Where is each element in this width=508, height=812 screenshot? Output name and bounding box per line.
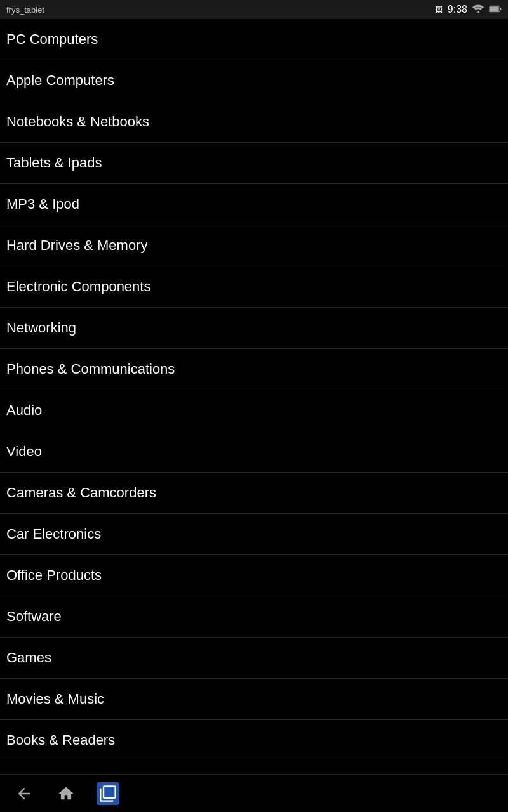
battery-icon: [489, 4, 502, 15]
category-label-phones-communications: Phones & Communications: [6, 361, 175, 377]
category-item-office-products[interactable]: Office Products: [0, 555, 508, 596]
category-item-car-electronics[interactable]: Car Electronics: [0, 514, 508, 555]
category-item-phones-communications[interactable]: Phones & Communications: [0, 349, 508, 390]
bottom-nav-left: [13, 782, 119, 805]
category-item-apple-computers[interactable]: Apple Computers: [0, 60, 508, 102]
category-item-books-readers[interactable]: Books & Readers: [0, 720, 508, 761]
category-label-hard-drives-memory: Hard Drives & Memory: [6, 237, 147, 254]
category-item-notebooks-netbooks[interactable]: Notebooks & Netbooks: [0, 102, 508, 143]
category-item-games[interactable]: Games: [0, 638, 508, 679]
wifi-icon: [472, 4, 484, 15]
category-item-hard-drives-memory[interactable]: Hard Drives & Memory: [0, 225, 508, 266]
time-display: 9:38: [448, 4, 467, 15]
category-label-games: Games: [6, 650, 51, 666]
category-label-audio: Audio: [6, 402, 42, 419]
category-label-notebooks-netbooks: Notebooks & Netbooks: [6, 114, 149, 130]
category-label-books-readers: Books & Readers: [6, 732, 115, 749]
category-label-networking: Networking: [6, 320, 76, 336]
bottom-nav: [0, 774, 508, 812]
category-item-movies-music[interactable]: Movies & Music: [0, 679, 508, 720]
app-title: frys_tablet: [6, 5, 435, 15]
category-item-video[interactable]: Video: [0, 431, 508, 473]
home-button[interactable]: [55, 782, 77, 805]
category-label-mp3-ipod: MP3 & Ipod: [6, 196, 79, 213]
category-item-science-toys[interactable]: Science & Toys: [0, 761, 508, 774]
status-bar: frys_tablet 🖼 9:38: [0, 0, 508, 19]
svg-point-0: [477, 11, 479, 13]
category-label-office-products: Office Products: [6, 567, 102, 584]
category-item-cameras-camcorders[interactable]: Cameras & Camcorders: [0, 473, 508, 514]
category-label-movies-music: Movies & Music: [6, 691, 104, 707]
category-label-pc-computers: PC Computers: [6, 31, 98, 48]
category-label-cameras-camcorders: Cameras & Camcorders: [6, 485, 156, 501]
category-label-tablets-ipads: Tablets & Ipads: [6, 155, 102, 171]
svg-rect-2: [500, 8, 501, 10]
category-item-tablets-ipads[interactable]: Tablets & Ipads: [0, 143, 508, 184]
category-item-networking[interactable]: Networking: [0, 308, 508, 349]
category-item-electronic-components[interactable]: Electronic Components: [0, 266, 508, 308]
category-item-pc-computers[interactable]: PC Computers: [0, 19, 508, 60]
category-item-mp3-ipod[interactable]: MP3 & Ipod: [0, 184, 508, 225]
category-item-audio[interactable]: Audio: [0, 390, 508, 431]
back-button[interactable]: [13, 782, 36, 805]
status-bar-right: 🖼 9:38: [435, 4, 502, 15]
category-label-car-electronics: Car Electronics: [6, 526, 101, 542]
image-icon: 🖼: [435, 5, 443, 14]
category-label-software: Software: [6, 608, 62, 625]
svg-rect-3: [490, 6, 499, 11]
recents-button[interactable]: [97, 782, 119, 805]
category-label-video: Video: [6, 443, 42, 460]
category-label-apple-computers: Apple Computers: [6, 72, 114, 89]
category-list: PC ComputersApple ComputersNotebooks & N…: [0, 19, 508, 774]
category-item-software[interactable]: Software: [0, 596, 508, 638]
category-label-electronic-components: Electronic Components: [6, 278, 150, 295]
